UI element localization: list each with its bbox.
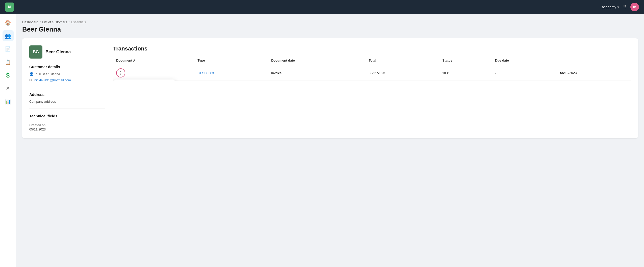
email-icon: ✉ — [29, 78, 32, 82]
content-area: Dashboard / List of customers / Essentia… — [16, 14, 644, 267]
customer-name: Beer Glenna — [45, 49, 71, 55]
customer-email[interactable]: nicklaus31@hotmail.com — [34, 78, 71, 82]
left-panel: BG Beer Glenna Customer details 👤 null B… — [29, 45, 105, 131]
table-cell-type: Invoice — [268, 65, 366, 81]
table-cell-document-date: 05/11/2023 — [366, 65, 439, 81]
topnav-right: academy ▾ ⠿ ID — [602, 3, 639, 11]
transactions-table-wrap: Document # Type Document date Total Stat… — [113, 56, 631, 81]
person-icon: 👤 — [29, 72, 34, 76]
logo: id — [5, 3, 14, 12]
breadcrumb-current: Essentials — [71, 20, 86, 24]
sidebar-item-chart[interactable]: ✕ — [3, 83, 14, 94]
divider-1 — [29, 87, 105, 87]
created-label: Created on — [29, 123, 105, 127]
sidebar: 🏠 👥 📄 📋 💲 ✕ 📊 — [0, 14, 16, 267]
divider-2 — [29, 109, 105, 109]
col-total: Total — [366, 56, 439, 65]
created-date: 05/11/2023 — [29, 127, 105, 131]
main-layout: 🏠 👥 📄 📋 💲 ✕ 📊 Dashboard / List of custom… — [0, 14, 644, 267]
col-doc-num: Document # — [113, 56, 194, 65]
academy-button[interactable]: academy ▾ — [602, 5, 619, 9]
col-status: Status — [439, 56, 492, 65]
table-cell-doc-num: GFSD0003 — [194, 65, 268, 81]
chevron-down-icon: ▾ — [617, 5, 619, 9]
table-header-row: Document # Type Document date Total Stat… — [113, 56, 631, 65]
customer-email-row: ✉ nicklaus31@hotmail.com — [29, 78, 105, 82]
customer-null-name-row: 👤 null Beer Glenna — [29, 72, 105, 76]
grid-icon[interactable]: ⠿ — [623, 4, 626, 10]
context-menu-wrapper: ⋮1📄View document2📑Download PDF3✉Send inv… — [116, 68, 125, 77]
customer-null-name: null Beer Glenna — [36, 72, 60, 76]
customer-details-title: Customer details — [29, 65, 105, 69]
table-cell-due-date: 05/12/2023 — [557, 65, 631, 81]
sidebar-item-customers[interactable]: 👥 — [3, 30, 14, 41]
table-cell-status: - — [492, 65, 557, 81]
top-navigation: id academy ▾ ⠿ ID — [0, 0, 644, 14]
user-avatar[interactable]: ID — [630, 3, 639, 11]
breadcrumb-sep-1: / — [40, 20, 41, 24]
sidebar-item-money[interactable]: 💲 — [3, 70, 14, 81]
table-cell-menu: ⋮1📄View document2📑Download PDF3✉Send inv… — [113, 65, 194, 81]
customer-avatar: BG — [29, 45, 42, 59]
col-type: Type — [194, 56, 268, 65]
breadcrumb-dashboard[interactable]: Dashboard — [22, 20, 38, 24]
topnav-left: id — [5, 3, 14, 12]
company-address-row: Company address — [29, 100, 105, 103]
sidebar-item-notes[interactable]: 📋 — [3, 57, 14, 68]
sidebar-item-home[interactable]: 🏠 — [3, 17, 14, 28]
sidebar-item-invoices[interactable]: 📄 — [3, 43, 14, 55]
right-panel: Transactions Document # Type Document da… — [113, 45, 631, 131]
card-inner: BG Beer Glenna Customer details 👤 null B… — [22, 38, 638, 138]
table-row: ⋮1📄View document2📑Download PDF3✉Send inv… — [113, 65, 631, 81]
document-link[interactable]: GFSD0003 — [197, 71, 214, 75]
context-menu-trigger[interactable]: ⋮ — [116, 68, 125, 77]
col-doc-date: Document date — [268, 56, 366, 65]
main-card: BG Beer Glenna Customer details 👤 null B… — [22, 38, 638, 138]
technical-fields-title: Technical fields — [29, 114, 105, 118]
company-address-text: Company address — [29, 100, 56, 103]
breadcrumb: Dashboard / List of customers / Essentia… — [22, 20, 638, 24]
transactions-table: Document # Type Document date Total Stat… — [113, 56, 631, 81]
customer-header: BG Beer Glenna — [29, 45, 105, 59]
col-due-date: Due date — [492, 56, 557, 65]
created-section: Created on 05/11/2023 — [29, 123, 105, 131]
transactions-title: Transactions — [113, 45, 631, 52]
sidebar-item-reports[interactable]: 📊 — [3, 96, 14, 107]
context-menu: 1📄View document2📑Download PDF3✉Send invo… — [114, 79, 175, 81]
address-title: Address — [29, 92, 105, 97]
page-title: Beer Glenna — [22, 25, 638, 33]
breadcrumb-sep-2: / — [69, 20, 70, 24]
breadcrumb-list-customers[interactable]: List of customers — [42, 20, 67, 24]
table-cell-total: 10 € — [439, 65, 492, 81]
academy-label: academy — [602, 5, 616, 9]
